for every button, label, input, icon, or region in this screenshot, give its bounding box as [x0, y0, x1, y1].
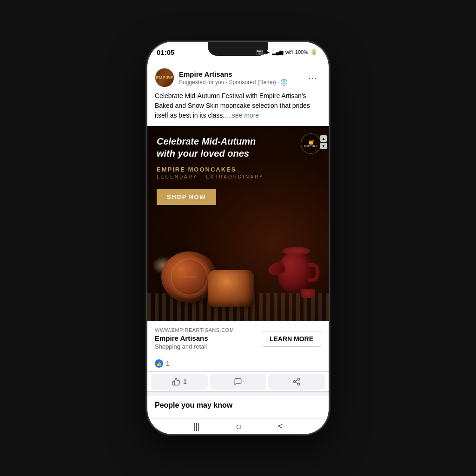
svg-line-4 [295, 380, 298, 381]
battery-text: 100% [295, 49, 308, 55]
fb-post-card: EMPIRE Empire Artisans Suggested for you… [147, 62, 329, 392]
bottom-nav-bar: ||| ○ < [147, 418, 329, 434]
battery-icon: 🔋 [311, 49, 317, 55]
comment-icon [234, 377, 242, 386]
link-description: Shopping and retail [155, 343, 262, 350]
teacup [301, 289, 315, 298]
mooncake-body-right [208, 270, 254, 307]
svg-point-1 [293, 381, 296, 383]
shop-now-button[interactable]: SHOP NOW [157, 189, 216, 205]
post-sub-text: Suggested for you · Sponsored (Demo) · [179, 79, 279, 86]
reactions-bar: 👍 1 [147, 356, 329, 372]
home-nav-button[interactable]: ○ [236, 421, 242, 433]
pymk-section: People you may know [147, 396, 329, 418]
avatar[interactable]: EMPIRE [155, 68, 174, 87]
pymk-title: People you may know [155, 401, 321, 410]
like-reaction-icon: 👍 [155, 359, 163, 368]
teapot [268, 233, 319, 293]
post-meta: Empire Artisans Suggested for you · Spon… [179, 70, 300, 86]
video-icon: ▶ [265, 49, 270, 55]
post-subtitle: Suggested for you · Sponsored (Demo) · 🌐 [179, 79, 300, 86]
post-header: EMPIRE Empire Artisans Suggested for you… [147, 62, 329, 91]
ad-headline: Celebrate Mid-Autumn with your loved one… [157, 135, 319, 159]
status-icons: 📷 ▶ ▂▄▆ wifi 100% 🔋 [256, 49, 317, 55]
signal-bars: ▂▄▆ [272, 49, 283, 55]
page-name[interactable]: Empire Artisans [179, 70, 300, 79]
ad-brand: EMPIRE MOONCAKES [157, 166, 319, 173]
ad-image[interactable]: 👑 EMPIRE Celebrate Mid-Autumn with your … [147, 126, 329, 321]
svg-point-2 [298, 383, 300, 385]
phone-frame: 01:05 📷 ▶ ▂▄▆ wifi 100% 🔋 EMPIRE [147, 42, 329, 434]
link-preview[interactable]: WWW.EMPIREARTISANS.COM Empire Artisans S… [147, 321, 329, 356]
globe-icon: 🌐 [281, 79, 287, 86]
link-url: WWW.EMPIREARTISANS.COM [155, 327, 262, 333]
ad-tagline: LEGENDARY . EXTRAORDINARY [157, 174, 319, 179]
mooncake-scene: EMPIRE [147, 219, 329, 321]
comment-button[interactable] [210, 374, 266, 390]
ad-text-overlay: Celebrate Mid-Autumn with your loved one… [157, 135, 319, 205]
teapot-lid [282, 247, 310, 255]
action-buttons: 1 [147, 372, 329, 392]
more-options-button[interactable]: ··· [304, 69, 321, 86]
see-more-link[interactable]: ....see more [225, 112, 259, 119]
menu-nav-button[interactable]: ||| [193, 422, 200, 431]
like-count: 1 [183, 378, 187, 385]
teapot-handle [308, 263, 319, 282]
share-button[interactable] [268, 374, 325, 390]
wifi-icon: wifi [285, 49, 293, 55]
phone-screen: 01:05 📷 ▶ ▂▄▆ wifi 100% 🔋 EMPIRE [147, 42, 329, 434]
link-info: WWW.EMPIREARTISANS.COM Empire Artisans S… [155, 327, 262, 350]
learn-more-button[interactable]: LEARN MORE [262, 331, 321, 347]
avatar-image: EMPIRE [155, 68, 174, 87]
svg-line-3 [295, 382, 298, 383]
share-icon [292, 377, 301, 386]
svg-point-0 [298, 378, 300, 381]
back-nav-button[interactable]: < [278, 422, 283, 431]
status-bar: 01:05 📷 ▶ ▂▄▆ wifi 100% 🔋 [147, 42, 329, 62]
like-icon [172, 377, 180, 386]
link-title: Empire Artisans [155, 334, 262, 342]
like-button[interactable]: 1 [151, 374, 208, 390]
status-time: 01:05 [157, 48, 174, 56]
scroll-indicator: ▲ ▼ [320, 135, 327, 149]
post-text: Celebrate Mid-Autumn Festival with Empir… [147, 91, 329, 126]
camera-icon: 📷 [256, 49, 263, 55]
reaction-count: 1 [166, 360, 170, 367]
mooncake-right [208, 270, 254, 312]
feed-content[interactable]: EMPIRE Empire Artisans Suggested for you… [147, 62, 329, 418]
